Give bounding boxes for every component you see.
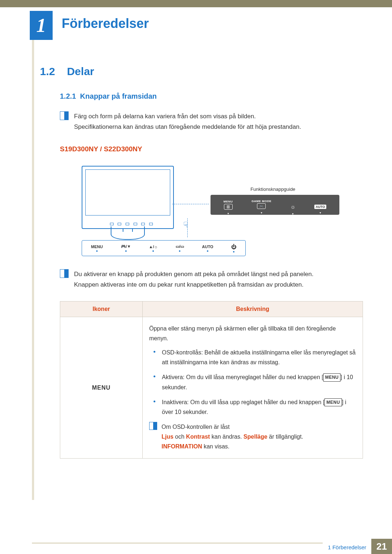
bullet-3: Inaktivera: Om du vill låsa upp reglaget… xyxy=(149,397,356,417)
menu-chip: MENU xyxy=(323,373,340,381)
pointing-hand-icon: ☟ xyxy=(183,220,188,230)
note-icon xyxy=(60,111,69,120)
chapter-title: Förberedelser xyxy=(62,16,149,31)
left-accent-strip xyxy=(32,12,34,500)
note-text-2: Du aktiverar en knapp på produkten genom… xyxy=(74,269,314,290)
buttons-table: Ikoner Beskrivning MENU Öppna eller stän… xyxy=(60,301,363,459)
top-accent-bar xyxy=(0,0,392,7)
monitor-screen xyxy=(85,169,170,216)
monitor-outline xyxy=(82,166,174,229)
row1-intro: Öppna eller stäng menyn på skärmen eller… xyxy=(149,324,356,343)
note1-line1: Färg och form på delarna kan variera frå… xyxy=(74,111,301,122)
note2-line1: Du aktiverar en knapp på produkten genom… xyxy=(74,269,314,280)
guide-cell-menu: MENU ▥ xyxy=(224,200,233,210)
note1-line2: Specifikationerna kan ändras utan föregå… xyxy=(74,122,301,132)
strip-auto: AUTO xyxy=(202,245,213,252)
note-icon xyxy=(149,422,157,430)
function-key-guide-box: MENU ▥ GAME MODE 🎮 ☼ AUTO xyxy=(211,195,339,215)
table-row: MENU Öppna eller stäng menyn på skärmen … xyxy=(60,317,363,458)
monitor-stand xyxy=(111,226,145,240)
subsection-title: Knappar på framsidan xyxy=(80,92,157,100)
row1-desc-cell: Öppna eller stäng menyn på skärmen eller… xyxy=(143,317,363,458)
strip-menu: MENU xyxy=(91,245,103,252)
th-icons: Ikoner xyxy=(60,301,143,317)
section-number: 1.2 xyxy=(40,65,65,78)
bullet-2: Aktivera: Om du vill låsa menyreglaget h… xyxy=(149,372,356,392)
monitor-button-row xyxy=(108,223,155,225)
menu-icon: ▥ xyxy=(224,204,233,210)
inner-note: Om OSD-kontrollen är låst Ljus och Kontr… xyxy=(149,422,356,452)
strip-game-down: 🎮/▼ xyxy=(121,244,131,252)
strip-power xyxy=(231,244,236,253)
inner-note-title: Om OSD-kontrollen är låst xyxy=(162,422,303,432)
note2-line2: Knappen aktiveras inte om du pekar runt … xyxy=(74,280,314,290)
bullet-1: OSD-kontrollås: Behåll de aktuella instä… xyxy=(149,348,356,367)
row1-icon-cell: MENU xyxy=(60,317,143,458)
note-block-1: Färg och form på delarna kan variera frå… xyxy=(60,111,363,132)
inner-note-line: Ljus och Kontrast kan ändras. Spelläge ä… xyxy=(162,432,303,451)
chapter-number-tab: 1 xyxy=(30,11,53,40)
note-text-1: Färg och form på delarna kan variera frå… xyxy=(74,111,301,132)
function-key-guide-label: Funktionsknappguide xyxy=(250,186,295,192)
th-description: Beskrivning xyxy=(143,301,363,317)
product-diagram: ☟ Funktionsknappguide MENU ▥ GAME MODE 🎮… xyxy=(76,160,338,258)
row1-bullets: OSD-kontrollås: Behåll de aktuella instä… xyxy=(149,348,356,417)
gamepad-icon: 🎮 xyxy=(257,203,266,209)
guide-cell-brightness: ☼ xyxy=(290,200,295,210)
strip-up-bright: ▲/☼ xyxy=(149,245,158,252)
guide-auto-label: AUTO xyxy=(314,205,326,209)
note-icon xyxy=(60,269,69,278)
guide-game-label: GAME MODE xyxy=(252,200,271,202)
footer-chapter-label: 1 Förberedelser xyxy=(323,539,371,554)
footer-page-number: 21 xyxy=(371,539,392,554)
callout-dash-horizontal xyxy=(172,204,209,204)
section-heading: 1.2 Delar xyxy=(40,65,363,78)
brightness-icon: ☼ xyxy=(290,204,295,210)
button-strip-diagram: MENU 🎮/▼ ▲/☼ ▭/▭ AUTO xyxy=(82,240,246,256)
strip-source: ▭/▭ xyxy=(176,244,184,252)
model-heading: S19D300NY / S22D300NY xyxy=(60,145,363,153)
guide-cell-game: GAME MODE 🎮 xyxy=(252,200,271,209)
menu-chip: MENU xyxy=(324,398,342,406)
subsection-number: 1.2.1 xyxy=(60,92,76,100)
section-title: Delar xyxy=(67,65,94,78)
power-icon xyxy=(231,244,236,250)
subsection-heading: 1.2.1 Knappar på framsidan xyxy=(60,92,363,100)
chapter-number: 1 xyxy=(36,14,46,37)
inner-note-text: Om OSD-kontrollen är låst Ljus och Kontr… xyxy=(162,422,303,452)
guide-cell-auto: AUTO xyxy=(314,201,326,209)
page-footer: 1 Förberedelser 21 xyxy=(0,539,392,554)
note-block-2: Du aktiverar en knapp på produkten genom… xyxy=(60,269,363,290)
guide-menu-label: MENU xyxy=(224,200,233,203)
